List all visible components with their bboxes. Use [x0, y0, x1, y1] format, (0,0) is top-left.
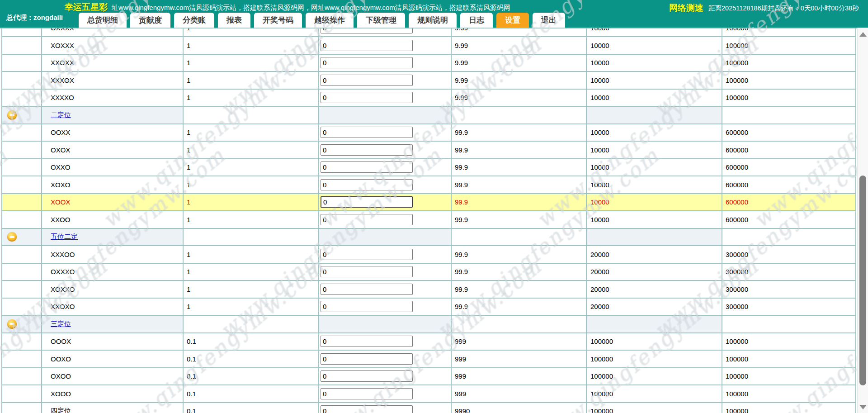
expand-cell: [2, 246, 42, 263]
amount-input[interactable]: [321, 336, 413, 347]
bet-type-cell: 三定位: [42, 316, 184, 332]
scrollbar-up-icon[interactable]: [859, 32, 867, 37]
limit2-cell: 300000: [722, 281, 856, 298]
input-cell: [319, 385, 452, 402]
expand-cell: [2, 229, 42, 246]
expand-cell: [2, 37, 42, 54]
scrollbar-thumb[interactable]: [859, 176, 866, 385]
amount-input[interactable]: [321, 249, 413, 260]
amount-input[interactable]: [321, 266, 413, 277]
table-row: XXOO199.910000600000: [2, 211, 856, 229]
amount-input[interactable]: [321, 28, 413, 33]
expand-cell: [2, 403, 42, 413]
expand-cell: [2, 107, 42, 123]
network-speed-link[interactable]: 网络测速: [669, 2, 703, 14]
amount-input[interactable]: [321, 75, 413, 86]
odds-cell: 9990: [452, 403, 587, 413]
minus-bar: [9, 114, 14, 116]
tab-总货明细[interactable]: 总货明细: [79, 13, 127, 28]
vertical-scrollbar[interactable]: [857, 28, 868, 413]
limit2-cell: [722, 316, 856, 332]
group-toggle-link[interactable]: 五位二定: [51, 233, 78, 241]
tab-设置[interactable]: 设置: [496, 13, 529, 28]
amount-input[interactable]: [321, 301, 413, 312]
amount-input[interactable]: [321, 144, 413, 156]
amount-input[interactable]: [321, 92, 413, 103]
odds-cell: 9.99: [452, 55, 587, 71]
expand-cell: [2, 159, 42, 176]
collapse-minus-icon[interactable]: [7, 110, 17, 120]
collapse-minus-icon[interactable]: [7, 319, 17, 329]
amount-input[interactable]: [321, 214, 413, 225]
bet-type-cell: XOOO: [42, 385, 184, 402]
bet-type-cell: XOOX: [42, 194, 184, 211]
limit2-cell: 100000: [722, 37, 856, 54]
rebate-cell: 0.1: [184, 333, 319, 350]
tab-贡献度[interactable]: 贡献度: [130, 13, 170, 28]
expand-cell: [2, 333, 42, 350]
table-row: OXOO0.1999100000100000: [2, 368, 856, 386]
limit1-cell: 10000: [587, 72, 722, 89]
tab-退出[interactable]: 退出: [533, 13, 565, 28]
limit1-cell: 10000: [587, 124, 722, 141]
bet-type-cell: XXOXO: [42, 299, 184, 315]
amount-input[interactable]: [321, 179, 413, 190]
input-cell: [319, 72, 452, 89]
odds-cell: [452, 316, 587, 332]
amount-input[interactable]: [321, 57, 413, 68]
table-row: OOOX0.1999100000100000: [2, 333, 856, 351]
input-cell: [319, 176, 452, 193]
table-row: XXXXO19.9910000100000: [2, 90, 856, 107]
limit1-cell: 100000: [587, 403, 722, 413]
odds-cell: 99.9: [452, 142, 587, 158]
collapse-minus-icon[interactable]: [7, 232, 17, 242]
amount-input[interactable]: [321, 196, 413, 208]
tab-报表[interactable]: 报表: [218, 13, 250, 28]
amount-input[interactable]: [321, 370, 413, 382]
tab-开奖号码[interactable]: 开奖号码: [254, 13, 302, 28]
limit2-cell: 100000: [722, 385, 856, 402]
amount-input[interactable]: [321, 405, 413, 413]
tab-规则说明[interactable]: 规则说明: [409, 13, 457, 28]
rebate-cell: 1: [184, 142, 319, 158]
input-cell: [319, 229, 452, 246]
input-cell: [319, 37, 452, 54]
input-cell: [319, 28, 452, 36]
rebate-cell: 1: [184, 124, 319, 141]
bet-type-cell: XOXXX: [42, 37, 184, 54]
limit1-cell: 100000: [587, 368, 722, 385]
amount-input[interactable]: [321, 388, 413, 399]
amount-input[interactable]: [321, 40, 413, 51]
brand-title: 幸运五星彩: [65, 1, 108, 13]
table-row: XOXO199.910000600000: [2, 176, 856, 194]
expand-cell: [2, 72, 42, 89]
expand-cell: [2, 264, 42, 280]
rebate-cell: 1: [184, 159, 319, 176]
amount-input[interactable]: [321, 127, 413, 138]
amount-input[interactable]: [321, 161, 413, 173]
group-toggle-link[interactable]: 二定位: [51, 111, 71, 119]
odds-cell: 99.9: [452, 176, 587, 193]
bet-type-cell: XXXOO: [42, 246, 184, 263]
tab-越级操作[interactable]: 越级操作: [306, 13, 354, 28]
table-row: OXXXX19.9910000100000: [2, 28, 856, 37]
limit2-cell: 600000: [722, 142, 856, 158]
group-row: 二定位: [2, 107, 856, 124]
scrollbar-down-icon[interactable]: [859, 405, 867, 409]
limit2-cell: 300000: [722, 246, 856, 263]
group-toggle-link[interactable]: 三定位: [51, 320, 71, 328]
limit2-cell: [722, 229, 856, 246]
expand-cell: [2, 176, 42, 193]
tab-分类账[interactable]: 分类账: [174, 13, 214, 28]
limit1-cell: 20000: [587, 281, 722, 298]
tab-日志[interactable]: 日志: [460, 13, 493, 28]
rebate-cell: 1: [184, 299, 319, 315]
announcement-marquee: 址www.qingfengymw.com清风源码演示站，搭建联系清风源码网，网址…: [112, 4, 559, 12]
table-row: XXXOO199.920000300000: [2, 246, 856, 264]
amount-input[interactable]: [321, 353, 413, 365]
expand-cell: [2, 281, 42, 298]
tab-下级管理[interactable]: 下级管理: [357, 13, 405, 28]
odds-cell: [452, 107, 587, 123]
rebate-cell: 0.1: [184, 385, 319, 402]
amount-input[interactable]: [321, 284, 413, 295]
